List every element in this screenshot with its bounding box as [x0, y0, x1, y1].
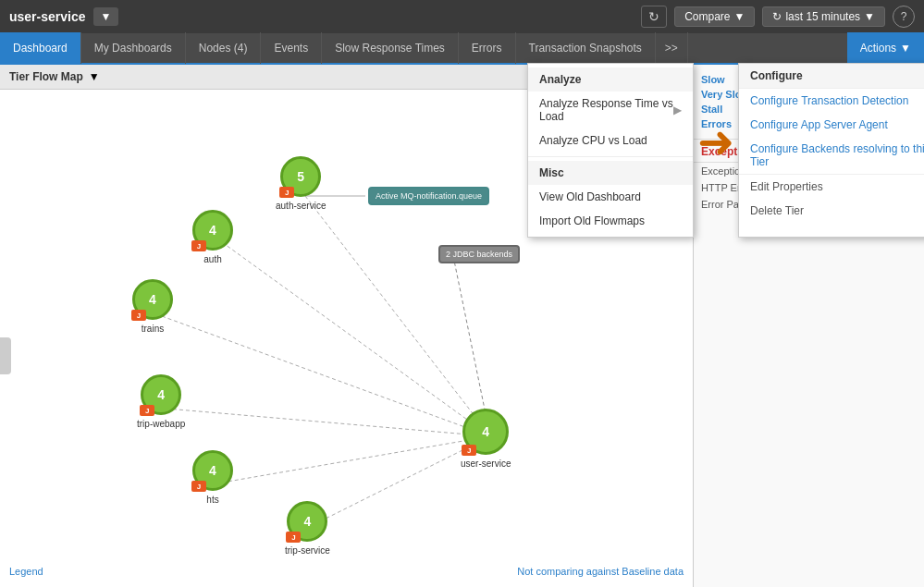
node-user-service-label: user-service — [461, 459, 511, 469]
compare-button[interactable]: Compare ▼ — [674, 6, 755, 27]
tab-transaction-snapshots[interactable]: Transaction Snapshots — [516, 32, 656, 64]
node-auth-service[interactable]: 5 J auth-service — [276, 156, 326, 211]
configure-header: Configure — [739, 64, 924, 89]
menu-item-response-time[interactable]: Analyze Response Time vs Load ▶ — [528, 92, 693, 128]
java-badge-trains: J — [131, 310, 146, 321]
time-arrow-icon: ▼ — [864, 10, 875, 23]
context-menu-overlay: Analyze Analyze Response Time vs Load ▶ … — [527, 63, 924, 238]
node-user-service[interactable]: 4 J user-service — [461, 409, 511, 469]
svg-line-3 — [166, 409, 490, 436]
menu-item-cpu-load[interactable]: Analyze CPU vs Load — [528, 128, 693, 153]
svg-line-1 — [222, 242, 490, 436]
flow-map-title: Tier Flow Map — [9, 70, 83, 83]
misc-section: Misc View Old Dashboard Import Old Flowm… — [528, 157, 693, 237]
node-hts[interactable]: 4 J hts — [192, 450, 233, 505]
queue-node[interactable]: Active MQ-notification.queue — [368, 187, 489, 205]
svg-line-2 — [162, 316, 490, 436]
compare-arrow-icon: ▼ — [734, 10, 745, 23]
node-auth-label: auth — [203, 254, 221, 264]
menu-arrow-icon: ➜ — [697, 116, 734, 167]
svg-line-4 — [222, 436, 490, 483]
java-badge-auth-service: J — [279, 187, 294, 198]
menu-item-cpu-load-label: Analyze CPU vs Load — [539, 134, 647, 147]
tab-dashboard[interactable]: Dashboard — [0, 32, 81, 64]
node-hts-label: hts — [206, 495, 218, 505]
svg-line-0 — [305, 196, 490, 436]
node-trip-service-label: trip-service — [285, 545, 330, 556]
app-title: user-service — [9, 9, 86, 24]
node-trains-label: trains — [142, 324, 164, 334]
tab-errors[interactable]: Errors — [459, 32, 516, 64]
actions-button[interactable]: Actions ▼ — [847, 32, 924, 64]
menu-item-old-flowmaps[interactable]: Import Old Flowmaps — [528, 209, 693, 233]
app-dropdown-button[interactable]: ▼ — [93, 7, 119, 26]
java-badge-auth: J — [191, 240, 206, 251]
node-auth[interactable]: 4 J auth — [192, 210, 233, 264]
menu-item-app-server-agent[interactable]: Configure App Server Agent — [739, 113, 924, 137]
dropdown-arrow-icon: ▼ — [101, 10, 112, 23]
context-menu-configure: Configure Configure Transaction Detectio… — [738, 63, 924, 238]
node-trip-webapp[interactable]: 4 J trip-webapp — [137, 374, 185, 429]
tab-nodes[interactable]: Nodes (4) — [186, 32, 262, 64]
app-header: user-service ▼ ↻ Compare ▼ ↻ last 15 min… — [0, 0, 924, 33]
java-badge-trip-webapp: J — [140, 405, 154, 416]
baseline-note: Not comparing against Baseline data — [517, 566, 684, 577]
menu-item-backends[interactable]: Configure Backends resolving to this Tie… — [739, 137, 924, 174]
help-button[interactable]: ? — [893, 6, 915, 28]
node-trains[interactable]: 4 J trains — [132, 279, 173, 334]
clock-icon: ↻ — [772, 10, 782, 23]
menu-item-response-time-label: Analyze Response Time vs Load — [539, 97, 673, 123]
menu-arrow-container: ➜ — [694, 63, 738, 238]
context-menu-analyze-misc: Analyze Analyze Response Time vs Load ▶ … — [527, 63, 694, 238]
tab-my-dashboards[interactable]: My Dashboards — [81, 32, 186, 64]
menu-item-old-dashboard-label: View Old Dashboard — [539, 190, 641, 203]
analyze-header: Analyze — [528, 67, 693, 92]
legend-link[interactable]: Legend — [9, 566, 43, 577]
node-auth-service-label: auth-service — [276, 201, 326, 211]
compare-label: Compare — [684, 10, 730, 23]
tab-slow-response[interactable]: Slow Response Times — [322, 32, 459, 64]
java-badge-hts: J — [191, 481, 206, 492]
menu-item-transaction-detection[interactable]: Configure Transaction Detection — [739, 89, 924, 113]
submenu-arrow-icon: ▶ — [673, 104, 682, 116]
java-badge-user-service: J — [462, 445, 476, 456]
misc-header: Misc — [528, 161, 693, 185]
menu-item-old-dashboard[interactable]: View Old Dashboard — [528, 185, 693, 209]
help-label: ? — [901, 10, 907, 23]
actions-arrow-icon: ▼ — [900, 42, 911, 55]
node-trip-webapp-label: trip-webapp — [137, 419, 185, 429]
node-trip-service[interactable]: 4 J trip-service — [285, 501, 330, 556]
scroll-indicator[interactable] — [0, 337, 11, 374]
jdbc-backends: 2 JDBC backends — [438, 245, 520, 263]
actions-label: Actions — [860, 42, 896, 55]
tab-more[interactable]: >> — [656, 32, 688, 64]
time-range-button[interactable]: ↻ last 15 minutes ▼ — [762, 6, 885, 27]
refresh-button[interactable]: ↻ — [641, 6, 667, 28]
tab-events[interactable]: Events — [261, 32, 322, 64]
time-range-label: last 15 minutes — [785, 10, 860, 23]
menu-item-edit-properties[interactable]: Edit Properties — [739, 175, 924, 199]
analyze-section: Analyze Analyze Response Time vs Load ▶ … — [528, 64, 693, 157]
menu-item-delete-tier[interactable]: Delete Tier — [739, 199, 924, 223]
flow-map-dropdown-icon[interactable]: ▼ — [89, 70, 100, 83]
java-badge-trip-service: J — [286, 532, 301, 543]
nav-tabs: Dashboard My Dashboards Nodes (4) Events… — [0, 33, 924, 65]
menu-item-old-flowmaps-label: Import Old Flowmaps — [539, 214, 645, 227]
refresh-icon: ↻ — [648, 9, 659, 24]
